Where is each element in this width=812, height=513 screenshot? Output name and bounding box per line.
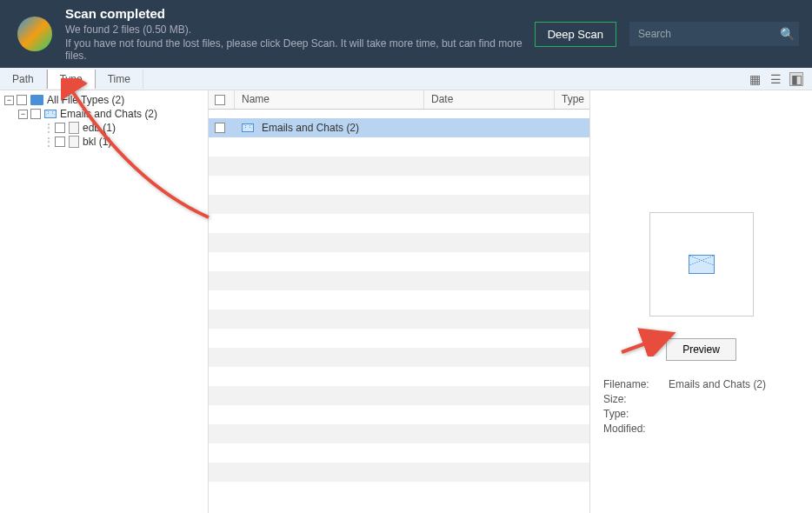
scan-hint-text: If you have not found the lost files, pl… (65, 37, 535, 62)
select-all-checkbox[interactable] (215, 95, 225, 105)
tree-checkbox[interactable] (17, 95, 27, 105)
column-name[interactable]: Name (235, 90, 424, 109)
tree-label: edb (1) (83, 122, 116, 134)
tree-collapse-icon[interactable]: − (4, 96, 14, 105)
tree-checkbox[interactable] (30, 109, 41, 119)
list-row-empty (209, 290, 589, 310)
scan-status-title: Scan completed (65, 6, 535, 21)
list-row-empty (209, 405, 589, 424)
row-filename: Emails and Chats (2) (262, 122, 359, 134)
list-body: Emails and Chats (2) (209, 110, 589, 513)
app-logo (17, 17, 52, 51)
header-text-block: Scan completed We found 2 files (0.50 MB… (65, 6, 535, 62)
preview-panel: Preview Filename: Emails and Chats (2) S… (590, 90, 812, 513)
nav-row: Path Type Time ▦ ☰ ◧ (0, 68, 812, 90)
list-row-empty (209, 367, 589, 386)
list-row-empty (209, 482, 589, 501)
column-date[interactable]: Date (424, 90, 555, 109)
detail-value (669, 423, 799, 435)
list-row-empty (209, 271, 589, 290)
tree-node-emails[interactable]: − Emails and Chats (2) (4, 107, 203, 121)
mail-icon (44, 110, 57, 118)
tree-node-edb[interactable]: ⋮ edb (1) (4, 121, 203, 135)
list-header: Name Date Type (209, 90, 589, 110)
grid-view-icon[interactable]: ▦ (748, 72, 762, 86)
detail-value: Emails and Chats (2) (669, 378, 799, 390)
detail-value (669, 393, 799, 405)
list-row-empty (209, 195, 589, 214)
list-row-empty (209, 157, 589, 176)
file-icon (69, 136, 79, 148)
detail-size: Size: (603, 393, 799, 405)
preview-button[interactable]: Preview (666, 338, 736, 361)
list-row-empty (209, 463, 589, 482)
mail-icon (689, 255, 715, 274)
file-tree-panel: − All File Types (2) − Emails and Chats … (0, 90, 209, 513)
file-details: Filename: Emails and Chats (2) Size: Typ… (603, 378, 799, 437)
app-header: Scan completed We found 2 files (0.50 MB… (0, 0, 812, 68)
row-checkbox-cell (209, 123, 235, 133)
tree-connector: ⋮ (43, 122, 55, 134)
row-name-cell: Emails and Chats (2) (235, 122, 589, 134)
tab-path[interactable]: Path (0, 70, 47, 89)
list-row-empty (209, 329, 589, 348)
column-type[interactable]: Type (555, 90, 589, 109)
file-list-panel: Name Date Type Emails and Chats (2) (209, 90, 590, 513)
tree-collapse-icon[interactable]: − (18, 110, 28, 119)
file-icon (69, 122, 79, 134)
tree-checkbox[interactable] (55, 137, 65, 147)
detail-label: Type: (603, 408, 669, 420)
scan-result-count: We found 2 files (0.50 MB). (65, 23, 535, 36)
list-spacer (209, 110, 589, 118)
list-row-empty (209, 348, 589, 367)
tab-type[interactable]: Type (47, 70, 96, 89)
view-mode-icons: ▦ ☰ ◧ (748, 72, 812, 86)
list-row-empty (209, 310, 589, 329)
row-checkbox[interactable] (215, 123, 225, 133)
monitor-icon (30, 95, 43, 105)
tree-node-bkl[interactable]: ⋮ bkl (1) (4, 135, 203, 149)
list-row-empty (209, 443, 589, 463)
tree-root-all-types[interactable]: − All File Types (2) (4, 93, 203, 107)
deep-scan-button[interactable]: Deep Scan (535, 22, 616, 47)
tree-connector: ⋮ (43, 136, 55, 148)
tab-time[interactable]: Time (96, 70, 143, 89)
detail-view-icon[interactable]: ◧ (789, 72, 803, 86)
detail-modified: Modified: (603, 423, 799, 435)
list-row-empty (209, 424, 589, 443)
list-row-empty (209, 233, 589, 252)
list-row-empty (209, 137, 589, 157)
detail-label: Modified: (603, 423, 669, 435)
list-row-empty (209, 252, 589, 271)
header-checkbox-col (209, 90, 235, 109)
tree-label: bkl (1) (83, 136, 111, 148)
search-input[interactable] (629, 22, 799, 46)
detail-value (669, 408, 799, 420)
main-area: − All File Types (2) − Emails and Chats … (0, 90, 812, 513)
list-row-empty (209, 386, 589, 405)
list-row-empty (209, 214, 589, 233)
preview-thumbnail (649, 212, 754, 316)
tree-checkbox[interactable] (55, 123, 65, 133)
list-row-empty (209, 176, 589, 195)
list-row[interactable]: Emails and Chats (2) (209, 118, 589, 137)
view-tabs: Path Type Time (0, 70, 143, 89)
detail-label: Size: (603, 393, 669, 405)
mail-icon (242, 123, 254, 132)
detail-type: Type: (603, 408, 799, 420)
tree-label: Emails and Chats (2) (60, 108, 157, 120)
tree-label: All File Types (2) (47, 94, 124, 106)
detail-label: Filename: (603, 378, 669, 390)
list-view-icon[interactable]: ☰ (769, 72, 782, 86)
detail-filename: Filename: Emails and Chats (2) (603, 378, 799, 390)
